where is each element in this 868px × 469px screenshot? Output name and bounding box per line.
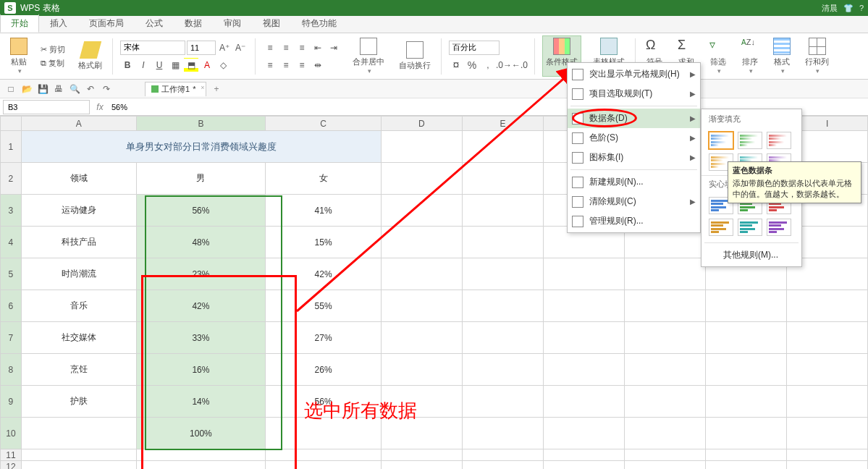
align-center-button[interactable]: ≡: [279, 58, 293, 72]
cond-menu-item[interactable]: 数据条(D)▶: [568, 109, 700, 128]
indent-increase-button[interactable]: ⇥: [326, 41, 341, 55]
cell[interactable]: 护肤: [21, 386, 136, 418]
row-header[interactable]: 1: [1, 131, 22, 163]
col-header-C[interactable]: C: [266, 117, 382, 131]
bold-button[interactable]: B: [120, 58, 135, 72]
cell[interactable]: [21, 418, 136, 449]
cell[interactable]: 领域: [21, 163, 136, 195]
cell[interactable]: 15%: [266, 227, 382, 258]
cell[interactable]: 100%: [136, 418, 266, 449]
row-header[interactable]: 4: [1, 227, 22, 258]
cell[interactable]: 48%: [136, 227, 266, 258]
save-button[interactable]: 💾: [36, 83, 49, 96]
cell[interactable]: 音乐: [21, 290, 136, 322]
row-header[interactable]: 6: [1, 290, 22, 322]
align-left-button[interactable]: ≡: [263, 58, 277, 72]
decrease-font-button[interactable]: A⁻: [233, 41, 248, 55]
tab-start[interactable]: 开始: [0, 14, 39, 33]
cell[interactable]: 运动健身: [21, 195, 136, 227]
cell[interactable]: 26%: [266, 354, 382, 386]
indent-decrease-button[interactable]: ⇤: [311, 41, 325, 55]
fx-icon[interactable]: fx: [93, 102, 107, 112]
workbook-tab[interactable]: 工作簿1* ×: [145, 82, 206, 96]
data-bar-swatch[interactable]: [738, 219, 762, 236]
font-name-select[interactable]: [120, 41, 185, 55]
data-bar-swatch[interactable]: [709, 132, 733, 149]
align-middle-button[interactable]: ≡: [279, 41, 293, 55]
row-header[interactable]: 9: [1, 386, 22, 418]
comma-button[interactable]: ,: [481, 58, 495, 72]
cell[interactable]: 16%: [136, 354, 266, 386]
font-size-select[interactable]: [187, 41, 216, 55]
percent-button[interactable]: [465, 58, 479, 72]
name-box[interactable]: [3, 100, 90, 114]
cut-button[interactable]: ✂剪切: [39, 43, 67, 56]
font-color-button[interactable]: A: [200, 58, 214, 72]
format-painter-button[interactable]: 格式刷: [75, 40, 105, 72]
copy-button[interactable]: ⧉复制: [39, 57, 66, 69]
row-header[interactable]: 10: [1, 418, 22, 449]
col-header-E[interactable]: E: [462, 117, 543, 131]
close-tab-icon[interactable]: ×: [201, 84, 204, 91]
cell[interactable]: 社交媒体: [21, 322, 136, 354]
sort-button[interactable]: Z↓ 排序: [738, 36, 762, 76]
data-bar-swatch[interactable]: [767, 219, 791, 236]
tab-special[interactable]: 特色功能: [291, 14, 347, 33]
new-button[interactable]: □: [4, 83, 17, 96]
cell[interactable]: 27%: [266, 322, 382, 354]
data-bar-swatch[interactable]: [767, 132, 791, 149]
row-header[interactable]: 7: [1, 322, 22, 354]
row-header[interactable]: 12: [1, 461, 22, 470]
currency-button[interactable]: [449, 58, 463, 72]
cond-menu-item[interactable]: 新建规则(N)...: [568, 172, 700, 192]
number-format-select[interactable]: [449, 41, 500, 55]
border-button[interactable]: ▦: [168, 58, 182, 72]
select-all-corner[interactable]: [1, 117, 22, 131]
cond-menu-item[interactable]: 清除规则(C)▶: [568, 192, 700, 211]
cell[interactable]: 33%: [136, 322, 266, 354]
cond-menu-item[interactable]: 图标集(I)▶: [568, 148, 700, 167]
clear-format-button[interactable]: ◇: [216, 58, 230, 72]
cell[interactable]: 42%: [136, 290, 266, 322]
cond-menu-item[interactable]: 突出显示单元格规则(H)▶: [568, 64, 700, 84]
preview-button[interactable]: 🔍: [68, 83, 81, 96]
print-button[interactable]: 🖶: [52, 83, 65, 96]
row-header[interactable]: 5: [1, 258, 22, 290]
wrap-text-button[interactable]: 自动换行: [396, 40, 434, 72]
undo-button[interactable]: ↶: [84, 83, 97, 96]
decrease-decimal-button[interactable]: ←.0: [513, 58, 527, 72]
cond-menu-item[interactable]: 项目选取规则(T)▶: [568, 84, 700, 103]
other-rules-item[interactable]: 其他规则(M)...: [701, 245, 801, 265]
cell[interactable]: 14%: [136, 386, 266, 418]
cond-menu-item[interactable]: 管理规则(R)...: [568, 211, 700, 231]
col-header-A[interactable]: A: [21, 117, 136, 131]
cell[interactable]: 42%: [266, 258, 382, 290]
align-top-button[interactable]: ≡: [263, 41, 277, 55]
help-icon[interactable]: ?: [859, 4, 864, 12]
cell[interactable]: 烹饪: [21, 354, 136, 386]
fill-color-button[interactable]: ⬒: [184, 58, 198, 72]
tab-data[interactable]: 数据: [174, 14, 213, 33]
row-header[interactable]: 3: [1, 195, 22, 227]
row-header[interactable]: 2: [1, 163, 22, 195]
increase-font-button[interactable]: A⁺: [217, 41, 232, 55]
row-header[interactable]: 11: [1, 449, 22, 461]
filter-button[interactable]: 筛选: [707, 36, 730, 76]
align-right-button[interactable]: ≡: [295, 58, 309, 72]
paste-button[interactable]: 粘贴: [7, 36, 30, 76]
format-button[interactable]: 格式: [770, 36, 793, 76]
tab-view[interactable]: 视图: [252, 14, 291, 33]
data-bar-swatch[interactable]: [738, 132, 762, 149]
merge-center-button[interactable]: 合并居中: [350, 36, 387, 76]
merge-across-button[interactable]: ⇹: [311, 58, 325, 72]
cell[interactable]: 41%: [266, 195, 382, 227]
row-header[interactable]: 8: [1, 354, 22, 386]
col-header-B[interactable]: B: [136, 117, 266, 131]
tab-insert[interactable]: 插入: [39, 14, 78, 33]
cell[interactable]: 55%: [266, 290, 382, 322]
skin-icon[interactable]: 👕: [843, 4, 854, 13]
cell[interactable]: 时尚潮流: [21, 258, 136, 290]
open-button[interactable]: 📂: [20, 83, 33, 96]
rowcol-button[interactable]: 行和列: [802, 36, 832, 76]
redo-button[interactable]: ↷: [100, 83, 113, 96]
